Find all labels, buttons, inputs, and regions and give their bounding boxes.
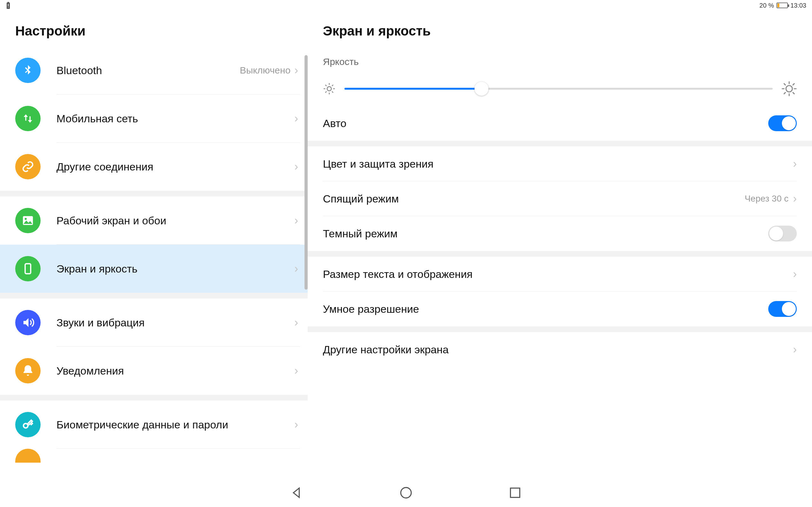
chevron-right-icon: › [793, 268, 797, 281]
other-display-settings-row[interactable]: Другие настройки экрана › [308, 332, 812, 367]
brightness-low-icon [323, 82, 336, 95]
chevron-right-icon: › [294, 316, 298, 329]
scrollbar[interactable] [305, 55, 308, 290]
svg-line-24 [784, 93, 785, 94]
sidebar-item-other-connections[interactable]: Другие соединения › [0, 143, 308, 191]
sidebar-item-biometrics[interactable]: Биометрические данные и пароли › [0, 400, 308, 449]
nav-back-icon[interactable] [290, 486, 304, 500]
sidebar-item-value: Выключено [240, 65, 291, 76]
svg-rect-27 [510, 488, 519, 497]
brightness-slider-row [308, 72, 812, 106]
svg-line-23 [793, 93, 794, 94]
row-label: Умное разрешение [323, 303, 768, 315]
svg-point-17 [786, 86, 792, 92]
row-label: Темный режим [323, 228, 768, 240]
detail-title: Экран и яркость [308, 11, 812, 50]
color-eye-protect-row[interactable]: Цвет и защита зрения › [308, 147, 812, 181]
svg-rect-3 [8, 7, 9, 8]
svg-line-22 [784, 83, 785, 85]
section-divider [308, 141, 812, 147]
key-icon [15, 412, 41, 437]
nav-home-icon[interactable] [399, 486, 413, 500]
nav-recent-icon[interactable] [508, 486, 522, 500]
row-label: Размер текста и отображения [323, 268, 793, 280]
detail-panel: Экран и яркость Яркость Авто Цвет и защи… [308, 11, 812, 478]
svg-point-8 [327, 87, 331, 91]
sidebar-item-mobile-network[interactable]: Мобильная сеть › [0, 95, 308, 143]
settings-sidebar: Настройки Bluetooth Выключено › Мобильна… [0, 11, 308, 478]
updown-icon [15, 106, 41, 131]
svg-rect-2 [8, 4, 9, 6]
svg-rect-6 [25, 264, 31, 274]
sleep-mode-row[interactable]: Спящий режим Через 30 с › [308, 181, 812, 216]
battery-percent: 20 % [759, 2, 774, 9]
chevron-right-icon: › [793, 192, 797, 205]
svg-point-7 [23, 424, 28, 428]
sidebar-item-label: Bluetooth [56, 64, 240, 77]
sidebar-item-label: Мобильная сеть [56, 112, 294, 125]
smart-resolution-toggle[interactable] [768, 301, 797, 317]
row-value: Через 30 с [745, 193, 789, 204]
sidebar-item-partial[interactable] [0, 449, 308, 463]
sidebar-item-label: Другие соединения [56, 161, 294, 173]
auto-brightness-toggle[interactable] [768, 115, 797, 131]
clock: 13:03 [791, 2, 806, 9]
svg-rect-1 [8, 2, 9, 3]
sidebar-item-sounds[interactable]: Звуки и вибрация › [0, 298, 308, 347]
brightness-group-label: Яркость [308, 50, 812, 72]
auto-brightness-label: Авто [323, 117, 768, 130]
chevron-right-icon: › [294, 364, 298, 377]
section-divider [308, 251, 812, 257]
svg-line-25 [793, 83, 794, 85]
sound-icon [15, 310, 41, 335]
bell-icon [15, 358, 41, 383]
slider-thumb[interactable] [474, 82, 489, 96]
chevron-right-icon: › [294, 112, 298, 125]
chevron-right-icon: › [294, 262, 298, 275]
chevron-right-icon: › [294, 418, 298, 431]
chevron-right-icon: › [793, 343, 797, 356]
chevron-right-icon: › [294, 214, 298, 227]
smart-resolution-row: Умное разрешение [308, 291, 812, 326]
chevron-right-icon: › [294, 160, 298, 173]
svg-line-13 [325, 85, 326, 86]
phone-icon [15, 256, 41, 281]
section-divider [308, 326, 812, 332]
sidebar-item-home-wallpaper[interactable]: Рабочий экран и обои › [0, 196, 308, 245]
svg-point-5 [25, 218, 27, 220]
brightness-high-icon [781, 81, 797, 96]
row-label: Спящий режим [323, 193, 745, 205]
chevron-right-icon: › [793, 157, 797, 170]
status-bar: 20 % 13:03 [0, 0, 812, 11]
sidebar-item-display-brightness[interactable]: Экран и яркость › [0, 245, 308, 293]
sidebar-title: Настройки [0, 11, 308, 46]
dark-mode-row: Темный режим [308, 216, 812, 251]
dark-mode-toggle[interactable] [768, 226, 797, 241]
link-icon [15, 154, 41, 179]
svg-line-14 [332, 92, 333, 93]
sidebar-item-notifications[interactable]: Уведомления › [0, 347, 308, 395]
row-label: Цвет и защита зрения [323, 158, 793, 170]
text-size-row[interactable]: Размер текста и отображения › [308, 257, 812, 291]
sidebar-item-bluetooth[interactable]: Bluetooth Выключено › [0, 46, 308, 95]
navigation-bar [0, 478, 812, 507]
sidebar-item-label: Биометрические данные и пароли [56, 418, 294, 431]
partial-icon [15, 449, 41, 463]
sidebar-item-label: Звуки и вибрация [56, 317, 294, 329]
section-divider [0, 395, 308, 400]
sidebar-item-label: Рабочий экран и обои [56, 215, 294, 227]
battery-icon [776, 3, 788, 8]
sidebar-item-label: Экран и яркость [56, 263, 294, 275]
brightness-slider[interactable] [345, 88, 773, 90]
svg-line-15 [325, 92, 326, 93]
sidebar-item-label: Уведомления [56, 365, 294, 377]
image-icon [15, 208, 41, 233]
section-divider [0, 191, 308, 196]
chevron-right-icon: › [294, 64, 298, 77]
auto-brightness-row: Авто [308, 106, 812, 141]
svg-line-16 [332, 85, 333, 86]
battery-alert-icon [6, 2, 11, 9]
bluetooth-icon [15, 58, 41, 83]
svg-point-26 [401, 488, 411, 498]
row-label: Другие настройки экрана [323, 343, 793, 356]
